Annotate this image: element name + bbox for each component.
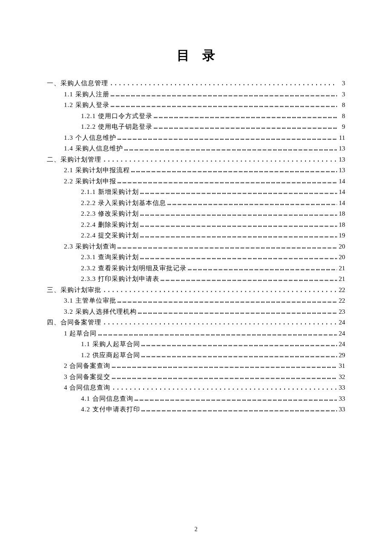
toc-entry-label: 1.2 采购人登录 — [64, 100, 110, 111]
toc-entry[interactable]: 3.1 主管单位审批22 — [47, 295, 345, 306]
toc-entry-label: 2.2.4 删除采购计划 — [81, 220, 139, 231]
toc-leader — [140, 252, 337, 263]
toc-leader — [103, 154, 337, 165]
toc-entry-label: 2.1 采购计划申报流程 — [64, 165, 130, 176]
toc-leader — [111, 100, 337, 111]
toc-entry[interactable]: 4.2 支付申请表打印33 — [47, 404, 345, 415]
toc-entry[interactable]: 2.1.1 新增采购计划14 — [47, 187, 345, 198]
toc-entry[interactable]: 1.4 采购人信息维护13 — [47, 143, 345, 154]
toc-entry[interactable]: 1.3 个人信息维护11 — [47, 133, 345, 144]
toc-leader — [140, 230, 337, 241]
toc-entry-label: 2.2.3 修改采购计划 — [81, 208, 139, 220]
table-of-contents: 一、采购人信息管理31.1 采购人注册31.2 采购人登录81.2.1 使用口令… — [47, 78, 345, 415]
toc-entry-page: 14 — [338, 198, 345, 209]
page-number: 2 — [0, 526, 392, 533]
toc-entry-label: 2 合同备案查询 — [64, 361, 110, 372]
toc-entry[interactable]: 2.3 采购计划查询20 — [47, 241, 345, 252]
toc-leader — [111, 89, 337, 100]
toc-entry[interactable]: 2.2.4 提交采购计划19 — [47, 230, 345, 241]
toc-leader — [140, 220, 337, 231]
toc-entry[interactable]: 1.1 采购人起草合同24 — [47, 339, 345, 350]
toc-entry-page: 20 — [338, 241, 345, 252]
toc-leader — [112, 382, 337, 393]
toc-entry[interactable]: 4 合同信息查询33 — [47, 382, 345, 393]
toc-entry[interactable]: 2.3.1 查询采购计划20 — [47, 252, 345, 263]
toc-entry-page: 3 — [338, 78, 345, 89]
toc-entry-label: 4.2 支付申请表打印 — [81, 404, 140, 415]
toc-leader — [98, 328, 337, 339]
toc-entry-page: 33 — [338, 393, 345, 405]
toc-entry-label: 四、合同备案管理 — [47, 317, 101, 328]
toc-entry[interactable]: 二、采购计划管理13 — [47, 154, 345, 165]
toc-entry[interactable]: 2.1 采购计划申报流程13 — [47, 165, 345, 176]
toc-entry-page: 33 — [338, 404, 345, 415]
toc-entry-label: 3 合同备案提交 — [64, 372, 110, 383]
toc-entry-page: 31 — [338, 361, 345, 372]
toc-entry[interactable]: 一、采购人信息管理3 — [47, 78, 345, 89]
toc-entry-page: 13 — [338, 143, 345, 154]
document-title: 目录 — [47, 47, 345, 64]
toc-entry-page: 24 — [338, 317, 345, 328]
toc-leader — [110, 78, 337, 89]
toc-entry-page: 8 — [338, 111, 345, 122]
toc-entry-page: 18 — [338, 220, 345, 231]
toc-leader — [141, 404, 337, 415]
toc-leader — [135, 393, 337, 405]
toc-leader — [154, 111, 337, 122]
toc-entry-page: 19 — [338, 230, 345, 241]
toc-entry-label: 1.1 采购人注册 — [64, 89, 110, 100]
toc-entry-page: 33 — [338, 382, 345, 393]
toc-entry-page: 13 — [338, 154, 345, 165]
toc-entry[interactable]: 2.2.3 修改采购计划18 — [47, 208, 345, 220]
toc-entry-label: 二、采购计划管理 — [47, 154, 101, 165]
toc-entry-label: 1.2.1 使用口令方式登录 — [81, 111, 153, 122]
toc-entry-label: 1.2 供应商起草合同 — [81, 350, 140, 361]
toc-entry-label: 2.2 采购计划申报 — [64, 176, 116, 187]
toc-entry-label: 一、采购人信息管理 — [47, 78, 108, 89]
toc-leader — [118, 295, 337, 306]
toc-entry-page: 32 — [338, 372, 345, 383]
toc-entry[interactable]: 1.2 采购人登录8 — [47, 100, 345, 111]
toc-entry-label: 1.2.2 使用电子钥匙登录 — [81, 121, 153, 133]
toc-entry[interactable]: 4.1 合同信息查询33 — [47, 393, 345, 405]
toc-entry-label: 2.2.2 录入采购计划基本信息 — [81, 198, 166, 209]
toc-entry[interactable]: 2.2.2 录入采购计划基本信息14 — [47, 198, 345, 209]
toc-entry-label: 2.3.1 查询采购计划 — [81, 252, 139, 263]
toc-entry[interactable]: 1.2 供应商起草合同29 — [47, 350, 345, 361]
toc-entry-page: 18 — [338, 208, 345, 220]
toc-entry-page: 3 — [338, 89, 345, 100]
toc-leader — [167, 198, 337, 209]
toc-entry-page: 22 — [338, 295, 345, 306]
toc-entry[interactable]: 3 合同备案提交32 — [47, 372, 345, 383]
toc-leader — [138, 306, 337, 318]
toc-entry[interactable]: 1.2.2 使用电子钥匙登录9 — [47, 121, 345, 133]
toc-entry[interactable]: 1.1 采购人注册3 — [47, 89, 345, 100]
toc-entry-page: 14 — [338, 176, 345, 187]
toc-leader — [112, 372, 337, 383]
toc-entry[interactable]: 1 起草合同24 — [47, 328, 345, 339]
toc-entry-page: 11 — [338, 133, 345, 144]
toc-entry[interactable]: 三、采购计划审批22 — [47, 285, 345, 296]
toc-entry[interactable]: 四、合同备案管理24 — [47, 317, 345, 328]
toc-leader — [118, 133, 337, 144]
toc-entry[interactable]: 2.2.4 删除采购计划18 — [47, 220, 345, 231]
toc-entry-page: 8 — [338, 100, 345, 111]
toc-entry-page: 14 — [338, 187, 345, 198]
toc-entry[interactable]: 2.3.2 查看采购计划明细及审批记录21 — [47, 263, 345, 274]
toc-entry-label: 2.3 采购计划查询 — [64, 241, 116, 252]
toc-leader — [161, 274, 337, 285]
toc-entry[interactable]: 1.2.1 使用口令方式登录8 — [47, 111, 345, 122]
toc-entry[interactable]: 2 合同备案查询31 — [47, 361, 345, 372]
toc-entry-label: 3.1 主管单位审批 — [64, 295, 116, 306]
toc-entry-label: 2.2.4 提交采购计划 — [81, 230, 139, 241]
toc-leader — [140, 208, 337, 220]
toc-entry[interactable]: 2.3.3 打印采购计划申请表21 — [47, 274, 345, 285]
toc-entry-label: 1 起草合同 — [64, 328, 97, 339]
toc-entry-label: 2.1.1 新增采购计划 — [81, 187, 139, 198]
toc-leader — [154, 121, 337, 133]
toc-entry-label: 1.1 采购人起草合同 — [81, 339, 140, 350]
toc-entry-page: 23 — [338, 306, 345, 318]
toc-entry-page: 24 — [338, 339, 345, 350]
toc-entry[interactable]: 2.2 采购计划申报14 — [47, 176, 345, 187]
toc-entry[interactable]: 3.2 采购人选择代理机构23 — [47, 306, 345, 318]
